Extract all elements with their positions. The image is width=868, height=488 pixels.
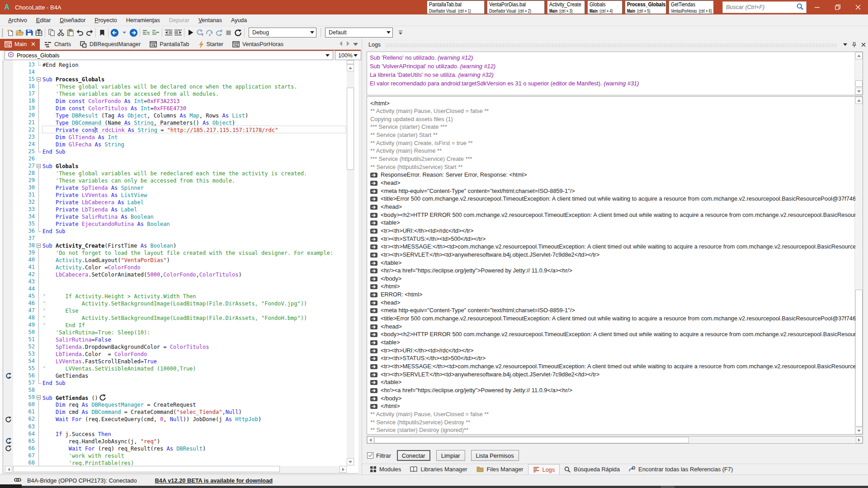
code-line-64[interactable]: If j.Success Then	[42, 431, 359, 438]
toolbar-grip[interactable]	[1, 28, 5, 37]
log-line[interactable]: ** Activity (main) Pause, UserClosed = f…	[369, 107, 855, 115]
conectar-button[interactable]: Conectar	[397, 450, 430, 461]
code-line-18[interactable]: Dim const ColorFondo As Int=0xFF3A2313	[42, 98, 359, 105]
code-line-45[interactable]: ' If Activity.Height > Activity.Width Th…	[42, 293, 359, 300]
navigate-forward-button[interactable]	[129, 27, 138, 38]
quick-button-4[interactable]: GlobalsMain (ctrl + 4)	[587, 0, 623, 14]
code-line-27[interactable]: Sub Globals	[42, 163, 359, 170]
log-line[interactable]: </table>	[369, 258, 855, 267]
restore-button[interactable]	[827, 0, 848, 14]
menu-herramientas[interactable]: Herramientas	[122, 15, 165, 25]
logs-dropdown-icon[interactable]	[841, 43, 849, 46]
code-line-58[interactable]	[42, 387, 359, 394]
log-line[interactable]: <title>Error 500 com.mchange.v2.resource…	[369, 314, 855, 323]
editor-scroll-up-button[interactable]	[347, 64, 354, 71]
fold-collapse-box[interactable]	[37, 164, 41, 168]
redo-button[interactable]	[85, 27, 94, 38]
warning-line[interactable]: Sub 'Relleno' no utilizado. (warning #12…	[370, 54, 473, 63]
build-configuration-select[interactable]: Debug	[249, 28, 316, 38]
scrollbar-thumb[interactable]	[347, 88, 354, 170]
log-line[interactable]: *** Service (httputils2service) Create *…	[369, 155, 855, 163]
tab-starter[interactable]: Starter	[194, 39, 228, 50]
code-line-49[interactable]: ' End If	[42, 322, 359, 329]
log-line[interactable]: <tr><th>URI:</th><td>/rdc</td></tr>	[369, 226, 855, 235]
menu-proyecto[interactable]: Proyecto	[90, 15, 121, 25]
log-vertical-scrollbar[interactable]	[854, 97, 863, 434]
menu-archivo[interactable]: Archivo	[4, 15, 32, 25]
log-line[interactable]: <body><h2>HTTP ERROR 500 com.mchange.v2.…	[369, 211, 855, 219]
tab-main[interactable]: Main	[0, 39, 40, 50]
log-scroll-down-button[interactable]	[855, 427, 863, 434]
toolbar-overflow-button[interactable]	[396, 27, 405, 38]
warning-line[interactable]: El valor recomendado para android:target…	[370, 80, 639, 89]
close-button[interactable]	[848, 0, 868, 14]
code-line-55[interactable]: ' LVVentas.SetVisibleAnimated (10000,Tru…	[42, 365, 359, 373]
menu-ayuda[interactable]: Ayuda	[226, 15, 251, 25]
log-line[interactable]: </body>	[369, 274, 855, 282]
log-line[interactable]: <hr/><a href="https://eclipse.org/jetty"…	[369, 386, 855, 394]
log-line[interactable]: <head>	[369, 298, 855, 306]
tab-scroll-left-icon[interactable]	[339, 41, 343, 47]
scrollbar-thumb[interactable]	[374, 437, 689, 443]
code-line-40[interactable]: Activity.LoadLayout("VentaPorDias")	[42, 257, 359, 264]
minimize-button[interactable]	[807, 0, 827, 14]
code-line-51[interactable]: SalirRutina=False	[42, 336, 359, 344]
code-line-54[interactable]: LVVentas.FastScrollEnabled=True	[42, 358, 359, 366]
code-line-44[interactable]	[42, 286, 359, 293]
code-line-30[interactable]: Private SpTienda As Spinner	[42, 184, 359, 192]
log-line[interactable]: <tr><th>MESSAGE:</th><td>com.mchange.v2.…	[369, 243, 855, 251]
quick-button-5[interactable]: Process_GlobalsMain (ctrl + 5)	[625, 0, 666, 14]
log-line[interactable]: <head>	[369, 179, 855, 187]
code-line-65[interactable]: req.HandleJobAsync(j, "req")	[42, 438, 359, 446]
scrollbar-thumb[interactable]	[855, 80, 863, 87]
scope-dropdown-icon[interactable]	[326, 53, 333, 58]
code-line-16[interactable]: 'These global variables will be declared…	[42, 83, 359, 91]
tab-close-icon[interactable]	[31, 41, 35, 47]
code-line-53[interactable]: LbTienda.Color = ColorFondo	[42, 351, 359, 358]
log-line[interactable]: ERROR: <html>	[369, 291, 855, 299]
log-line[interactable]: <tr><th>STATUS:</th><td>500</td></tr>	[369, 235, 855, 243]
bottom-tab-logs[interactable]: Logs	[528, 464, 560, 474]
warning-line[interactable]: La librería 'DateUtils' no se utiliza. (…	[370, 71, 494, 80]
code-line-31[interactable]: Private LVVentas As ListView	[42, 192, 359, 199]
menu-depurar[interactable]: Depurar	[165, 15, 194, 25]
log-line[interactable]: </html>	[369, 99, 855, 107]
code-line-57[interactable]: End Sub	[42, 380, 359, 387]
search-icon[interactable]	[793, 3, 806, 11]
log-line[interactable]: <tr><th>STATUS:</th><td>500</td></tr>	[369, 354, 855, 362]
log-line[interactable]: <hr/><a href="https://eclipse.org/jetty"…	[369, 267, 855, 275]
code-line-39[interactable]: 'Do not forget to load the layout file c…	[42, 249, 359, 257]
log-line[interactable]: <tr><th>URI:</th><td>/rdc</td></tr>	[369, 346, 855, 354]
warnings-list[interactable]: Sub 'Relleno' no utilizado. (warning #12…	[367, 52, 863, 95]
code-line-22[interactable]: Private const rdcLink As String = "http:…	[42, 127, 359, 134]
log-line[interactable]: ** Service (httputils2service) Destroy *…	[369, 418, 855, 426]
code-line-19[interactable]: Dim const ColorTitulos As Int=0xFF6E4730	[42, 105, 359, 113]
limpiar-button[interactable]: Limpiar	[436, 450, 465, 461]
code-line-14[interactable]	[42, 69, 359, 76]
log-line[interactable]: </head>	[369, 322, 855, 330]
filter-checkbox[interactable]	[367, 452, 373, 459]
open-project-button[interactable]	[15, 27, 24, 38]
bottom-tab-libraries-manager[interactable]: Libraries Manager	[406, 464, 472, 474]
editor-vertical-scrollbar[interactable]	[347, 60, 354, 466]
log-line[interactable]: <tr><th>MESSAGE:</th><td>com.mchange.v2.…	[369, 362, 855, 370]
log-line[interactable]: ** Activity (main) Resume **	[369, 147, 855, 155]
step-out-button[interactable]	[215, 27, 223, 38]
log-output-list[interactable]: </html>** Activity (main) Pause, UserClo…	[367, 96, 863, 435]
code-line-47[interactable]: ' Else	[42, 307, 359, 315]
code-line-29[interactable]: 'These variables can only be accessed fr…	[42, 177, 359, 185]
outdent-button[interactable]	[164, 27, 173, 38]
run-button[interactable]	[186, 27, 195, 38]
log-line[interactable]: ** Service (starter) Destroy (ignored)**	[369, 426, 855, 434]
code-line-23[interactable]: Dim GlTienda As Int	[42, 134, 359, 141]
editor-horizontal-scrollbar[interactable]	[4, 466, 347, 473]
log-line[interactable]: ResponseError. Reason: Server Error, Res…	[369, 171, 855, 179]
code-line-24[interactable]: Dim GlFecha As String	[42, 141, 359, 149]
log-line[interactable]: <tr><th>SERVLET:</th><td>anywheresoftwar…	[369, 370, 855, 378]
logs-panel-header[interactable]: Logs	[362, 40, 868, 50]
bookmark-button[interactable]	[98, 27, 106, 38]
log-scroll-left-button[interactable]	[367, 436, 374, 443]
code-line-20[interactable]: Type DBResult (Tag As Object, Columns As…	[42, 112, 359, 120]
tab-dbrequestmanager[interactable]: DBRequestManager	[75, 39, 145, 50]
code-line-36[interactable]: End Sub	[42, 228, 359, 235]
